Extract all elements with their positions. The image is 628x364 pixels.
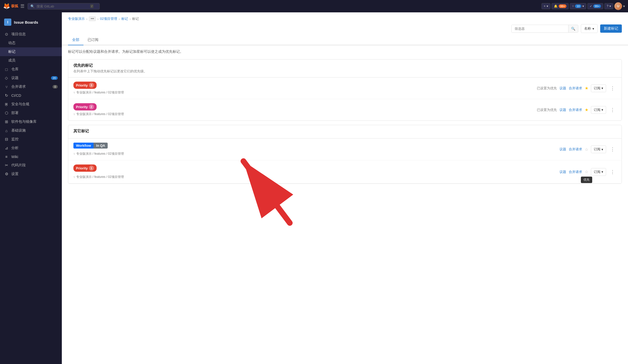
issues-badge: 99+	[593, 4, 601, 8]
subscribe-btn-1[interactable]: 订阅 ▾	[591, 84, 606, 92]
star-icon-4[interactable]: ☆ 优先	[585, 169, 588, 174]
app-logo[interactable]: 🦊 极狐	[3, 3, 18, 10]
new-label-button[interactable]: 新建标记	[600, 24, 622, 33]
sidebar-item-analytics[interactable]: ⊿ 分析	[0, 144, 62, 152]
tab-all[interactable]: 全部	[68, 35, 83, 45]
plus-icon: +	[544, 4, 546, 8]
label-path-priority-2: ⑂ 专业版演示 / features / 02项目管理	[73, 112, 534, 116]
breadcrumb-dots[interactable]: •••	[89, 16, 96, 21]
sidebar-item-issues[interactable]: ◇ 议题 20	[0, 74, 62, 82]
sidebar-item-activity[interactable]: 动态	[0, 39, 62, 47]
subscribe-label-1: 订阅	[594, 86, 600, 91]
todo-btn[interactable]: 🔔 99+	[551, 3, 569, 9]
filter-search-button[interactable]: 🔍	[568, 25, 578, 32]
sidebar-item-settings[interactable]: ⚙ 设置	[0, 170, 62, 178]
label-path-priority-1: ⑂ 专业版演示 / features / 02项目管理	[73, 175, 556, 179]
app-layout: I Issue Boards ⊙ 项目信息 动态 标记 成员 □ 仓库 ◇ 议题…	[0, 12, 628, 364]
sidebar-item-deploy[interactable]: ⬡ 部署	[0, 109, 62, 117]
security-icon: ⛨	[4, 102, 9, 107]
sort-label: 名称	[584, 26, 591, 31]
help-btn[interactable]: ? ▾	[604, 3, 613, 9]
star-icon-2[interactable]: ★	[585, 107, 588, 112]
sidebar-item-monitor[interactable]: ⊟ 监控	[0, 135, 62, 144]
search-input[interactable]	[37, 4, 88, 8]
sidebar-item-wiki[interactable]: ≡ Wiki	[0, 152, 62, 161]
repo-icon: □	[4, 67, 9, 72]
filter-wrapper: 🔍	[511, 25, 578, 33]
help-icon: ?	[607, 4, 608, 8]
sidebar-item-packages[interactable]: ⊞ 软件包与镜像库	[0, 117, 62, 126]
subscribe-btn-4[interactable]: 订阅 ▾	[591, 168, 606, 176]
page-tabs: 全部 已订阅	[62, 35, 628, 45]
create-btn[interactable]: + ▾	[541, 3, 550, 9]
chevron-down-icon-3: ▾	[609, 4, 611, 8]
sidebar-item-project-info[interactable]: ⊙ 项目信息	[0, 30, 62, 39]
issues-link-1[interactable]: 议题	[559, 86, 566, 91]
mr-link-1[interactable]: 合并请求	[569, 86, 582, 91]
more-btn-4[interactable]: ⋮	[609, 168, 616, 176]
sidebar-label-labels: 标记	[8, 49, 15, 54]
avatar-chevron[interactable]: ▾	[623, 4, 625, 8]
hamburger-menu[interactable]: ☰	[20, 3, 24, 9]
issues-icon: ✓	[590, 4, 592, 8]
issues-link-3[interactable]: 议题	[559, 147, 566, 152]
todo-badge: 99+	[559, 4, 567, 8]
todo-icon: 🔔	[554, 4, 558, 8]
mr-link-3[interactable]: 合并请求	[569, 147, 582, 152]
path-text-4: 专业版演示 / features / 02项目管理	[76, 175, 124, 179]
more-btn-3[interactable]: ⋮	[609, 145, 616, 153]
sidebar-item-snippets[interactable]: ✂ 代码片段	[0, 161, 62, 170]
search-icon-2: 🔍	[571, 27, 575, 31]
user-avatar[interactable]: U	[614, 2, 622, 10]
sidebar-header-icon: I	[4, 19, 11, 26]
issues-nav-badge: 20	[51, 76, 58, 80]
sidebar-label-activity: 动态	[8, 41, 15, 45]
top-actions: + ▾ 🔔 99+ ⑂ 10 ▾ ✓ 99+ ? ▾ U ▾	[541, 2, 625, 10]
analytics-icon: ⊿	[4, 146, 9, 150]
project-info-icon: ⊙	[4, 32, 9, 37]
mr-link-4[interactable]: 合并请求	[569, 170, 582, 174]
subscribe-chevron-1: ▾	[601, 86, 603, 90]
sidebar-item-repo[interactable]: □ 仓库	[0, 65, 62, 74]
sidebar-item-members[interactable]: 成员	[0, 56, 62, 65]
subscribe-chevron-2: ▾	[601, 108, 603, 112]
subscribe-btn-3[interactable]: 订阅 ▾	[591, 145, 606, 153]
label-actions-priority-1: 议题 合并请求 ☆ 优先 订阅 ▾ ⋮	[559, 168, 616, 176]
tab-subscribed[interactable]: 已订阅	[83, 35, 103, 45]
sidebar-header-title: Issue Boards	[14, 20, 38, 24]
breadcrumb-issue-boards[interactable]: 标记	[121, 16, 128, 21]
star-icon-3[interactable]: ☆	[585, 147, 588, 152]
sidebar-label-monitor: 监控	[11, 137, 19, 142]
packages-icon: ⊞	[4, 119, 9, 124]
sidebar-item-cicd[interactable]: ↻ CI/CD	[0, 91, 62, 100]
sort-button[interactable]: 名称 ▾	[581, 24, 598, 33]
sidebar-item-infra[interactable]: ⌂ 基础设施	[0, 126, 62, 135]
sidebar-item-mr[interactable]: ⑂ 合并请求 0	[0, 82, 62, 91]
star-icon-1[interactable]: ★	[585, 86, 588, 91]
more-btn-1[interactable]: ⋮	[609, 84, 616, 92]
sidebar-item-labels[interactable]: 标记	[0, 47, 62, 56]
sidebar-label-repo: 仓库	[11, 67, 19, 72]
more-btn-2[interactable]: ⋮	[609, 106, 616, 114]
issues-link-4[interactable]: 议题	[559, 170, 566, 174]
mr-btn[interactable]: ⑂ 10 ▾	[570, 3, 586, 9]
breadcrumb-project[interactable]: 专业版演示	[68, 16, 85, 21]
breadcrumb: 专业版演示 › ••• › 02项目管理 › 标记 › 标记	[62, 12, 628, 21]
breadcrumb-sep-3: ›	[119, 17, 120, 21]
filter-input[interactable]	[512, 25, 568, 32]
other-section: 其它标记 WorkflowIn QA ⑂ 专业版演示 / features / …	[68, 125, 622, 184]
label-actions-priority-3: 已设置为优先 议题 合并请求 ★ 订阅 ▾ ⋮	[537, 84, 616, 92]
breadcrumb-subgroup[interactable]: 02项目管理	[100, 16, 117, 21]
sidebar: I Issue Boards ⊙ 项目信息 动态 标记 成员 □ 仓库 ◇ 议题…	[0, 12, 62, 364]
priority-section-title: 优先的标记	[73, 63, 616, 68]
search-bar[interactable]: 🔍 /	[28, 3, 100, 10]
path-text-1: 专业版演示 / features / 02项目管理	[76, 90, 124, 95]
mr-link-2[interactable]: 合并请求	[569, 108, 582, 112]
sidebar-item-security[interactable]: ⛨ 安全与合规	[0, 100, 62, 109]
subscribe-btn-2[interactable]: 订阅 ▾	[591, 106, 606, 114]
label-row-priority-3: Priority 3 ⑂ 专业版演示 / features / 02项目管理 已…	[68, 77, 622, 99]
mr-badge: 10	[575, 4, 581, 8]
chevron-down-icon: ▾	[547, 4, 548, 8]
issues-btn[interactable]: ✓ 99+	[587, 3, 604, 9]
issues-link-2[interactable]: 议题	[559, 108, 566, 112]
